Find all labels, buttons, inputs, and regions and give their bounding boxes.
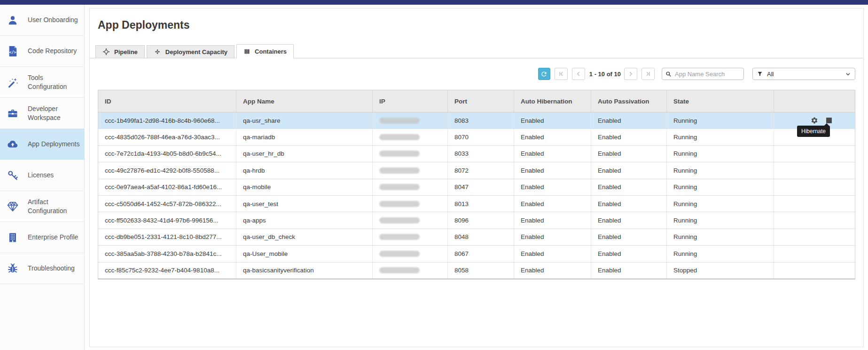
filter-funnel-icon [757,71,763,77]
column-header-auto-hibernation[interactable]: Auto Hibernation [514,90,591,112]
key-icon [7,169,19,182]
cell-auto-hibernation: Enabled [514,212,591,228]
cell-state: Running [666,246,774,262]
cell-id: ccc-4835d026-788f-46ea-a76d-30aac3... [98,129,236,145]
cell-auto-passivation: Enabled [591,229,666,245]
cell-app-name: qa-hrdb [236,162,372,178]
column-header-app-name[interactable]: App Name [236,90,372,112]
table-row[interactable]: ccc-4835d026-788f-46ea-a76d-30aac3... qa… [98,128,855,145]
cell-auto-hibernation: Enabled [514,246,591,262]
first-page-button[interactable] [555,68,568,80]
search-input[interactable] [674,70,741,78]
cell-id: ccc-49c27876-ed1c-4292-b0f8-550588... [98,162,236,178]
cell-auto-passivation: Enabled [591,112,666,128]
redacted-ip-value [379,201,420,207]
column-header-actions [774,90,855,112]
cell-auto-passivation: Enabled [591,146,666,162]
settings-gear-icon[interactable] [811,117,818,124]
redacted-ip-value [379,217,420,223]
cell-state: Running [666,129,774,145]
cell-ip [372,196,447,212]
redacted-ip-value [379,251,420,257]
cell-auto-passivation: Enabled [591,196,666,212]
sidebar-item-label: User Onboarding [28,16,80,24]
sidebar: User Onboarding </> Code Repository Tool… [0,5,85,350]
column-header-id[interactable]: ID [98,90,236,112]
tab-divider [90,58,863,58]
redacted-ip-value [379,234,420,240]
briefcase-icon [7,107,19,119]
table-row[interactable]: ccc-49c27876-ed1c-4292-b0f8-550588... qa… [98,162,855,178]
cell-port: 8083 [447,112,514,128]
redacted-ip-value [379,167,420,174]
table-row[interactable]: ccc-c5050d64-1452-4c57-872b-086322... qa… [98,195,855,212]
tab-bar: Pipeline Deployment Capacity Containers [95,45,294,58]
cell-state: Running [666,162,774,178]
sidebar-item-developer-workspace[interactable]: Developer Workspace [0,98,84,129]
cell-ip [372,129,447,145]
cell-id: ccc-385aa5ab-3788-4230-b78a-b2841c... [98,246,236,262]
cell-state: Stopped [666,262,774,278]
table-row[interactable]: ccc-385aa5ab-3788-4230-b78a-b2841c... qa… [98,245,855,262]
cell-port: 8072 [447,162,514,178]
cell-port: 8096 [447,212,514,228]
cell-app-name: qa-usr_share [236,112,372,128]
table-row[interactable]: ccc-ff502633-8432-41d4-97b6-996156... qa… [98,212,855,228]
last-page-button[interactable] [641,68,655,80]
tab-label: Deployment Capacity [165,48,227,56]
sidebar-item-enterprise-profile[interactable]: Enterprise Profile [0,222,84,253]
pipeline-icon [102,48,110,56]
cell-auto-passivation: Enabled [591,179,666,195]
sidebar-item-label: App Deployments [28,140,80,148]
tab-deployment-capacity[interactable]: Deployment Capacity [147,45,235,58]
bug-icon [7,262,19,275]
sidebar-item-tools-configuration[interactable]: Tools Configuration [0,67,84,98]
cell-id: ccc-db9be051-2331-4121-8c10-8bd277... [98,229,236,245]
cell-port: 8048 [447,229,514,245]
sidebar-item-label: Artifact Configuration [28,198,80,215]
search-icon [665,71,672,77]
next-page-button[interactable] [624,68,637,80]
refresh-button[interactable] [538,68,550,80]
sidebar-item-licenses[interactable]: Licenses [0,160,84,191]
column-header-port[interactable]: Port [447,90,514,112]
cell-app-name: qa-user_test [236,196,372,212]
sidebar-item-label: Tools Configuration [28,73,80,90]
cell-auto-hibernation: Enabled [514,262,591,278]
cell-ip [372,179,447,195]
sidebar-item-app-deployments[interactable]: App Deployments [0,129,84,160]
table-row[interactable]: ccc-7e72c1da-4193-4b05-b8d0-6b9c54... qa… [98,145,855,162]
redacted-ip-value [379,118,420,124]
sidebar-item-label: Developer Workspace [28,104,80,121]
tab-containers[interactable]: Containers [236,44,294,58]
previous-page-button[interactable] [572,68,585,80]
table-row[interactable]: ccc-1b499fa1-2d98-416b-8c4b-960e68... qa… [98,112,855,128]
hibernate-stop-icon[interactable] [826,118,832,123]
column-header-auto-passivation[interactable]: Auto Passivation [591,90,666,112]
cloud-upload-icon [7,138,19,151]
tab-pipeline[interactable]: Pipeline [95,45,145,58]
cell-ip [372,162,447,178]
building-icon [7,231,19,244]
sidebar-item-code-repository[interactable]: </> Code Repository [0,36,84,67]
columns-icon [243,48,250,55]
cell-actions [774,246,855,262]
sidebar-item-artifact-configuration[interactable]: Artifact Configuration [0,191,84,222]
cell-ip [372,262,447,278]
table-row[interactable]: ccc-0e97aea4-a5af-4102-86a1-fd60e16... q… [98,179,855,195]
sidebar-item-troubleshooting[interactable]: Troubleshooting [0,253,84,284]
table-row[interactable]: ccc-f85c75c2-9232-4ee7-b404-9810a8... qa… [98,262,855,278]
table-row[interactable]: ccc-db9be051-2331-4121-8c10-8bd277... qa… [98,229,855,245]
cell-ip [372,229,447,245]
column-header-ip[interactable]: IP [372,90,447,112]
column-header-state[interactable]: State [666,90,774,112]
sidebar-item-user-onboarding[interactable]: User Onboarding [0,5,84,36]
cell-port: 8058 [447,262,514,278]
table-body: ccc-1b499fa1-2d98-416b-8c4b-960e68... qa… [98,112,855,278]
main-content: App Deployments Pipeline Deployment Capa… [89,8,864,347]
cell-auto-passivation: Enabled [591,246,666,262]
filter-dropdown[interactable]: All [752,68,855,80]
cell-app-name: qa-mobile [236,179,372,195]
app-name-search-box [662,68,744,80]
cell-state: Running [666,112,774,128]
